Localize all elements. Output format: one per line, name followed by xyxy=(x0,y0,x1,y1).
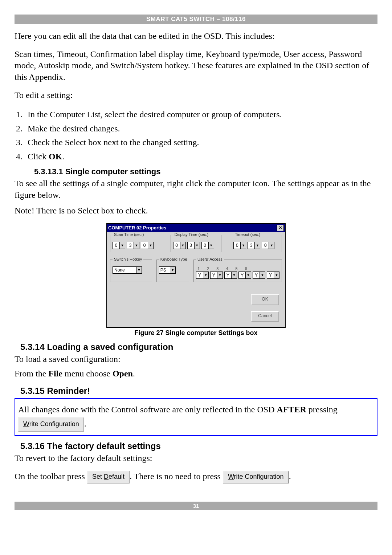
computer-properties-dialog: COMPUTER 02 Properties ✕ Scan Time (sec.… xyxy=(106,223,286,328)
ua-value-1: Y xyxy=(196,272,203,279)
ua-value-6: Y xyxy=(267,272,274,279)
set-default-underline: D xyxy=(104,473,109,480)
intro-paragraph-1: Here you can edit all the data that can … xyxy=(15,30,377,42)
factory-p1: To revert to the factory default setting… xyxy=(15,453,377,464)
ua-value-5: Y xyxy=(253,272,260,279)
ua-select-6[interactable]: Y▼ xyxy=(267,272,279,279)
keyboard-type-group: Keyboard Type PS▼ xyxy=(156,260,189,282)
factory-c: . xyxy=(289,472,291,481)
ua-value-3: Y xyxy=(224,272,231,279)
chevron-down-icon: ▼ xyxy=(119,242,125,249)
ua-value-2: Y xyxy=(210,272,217,279)
ua-select-3[interactable]: Y▼ xyxy=(224,272,237,279)
display-time-value-2: 0 xyxy=(201,242,208,249)
figure-27-dialog-container: COMPUTER 02 Properties ✕ Scan Time (sec.… xyxy=(15,223,377,328)
ok-button[interactable]: OK xyxy=(251,294,279,305)
write-config2-rest: rite Configuration xyxy=(234,473,284,480)
loading-p2-open: Open xyxy=(113,369,133,378)
ua-select-2[interactable]: Y▼ xyxy=(210,272,223,279)
factory-line: On the toolbar press Set Default. There … xyxy=(15,471,377,483)
write-config2-underline: W xyxy=(228,473,234,480)
step-4-suffix: . xyxy=(62,152,64,161)
scan-time-select-1[interactable]: 3▼ xyxy=(127,242,139,249)
chevron-down-icon: ▼ xyxy=(194,242,200,249)
keyboard-type-label: Keyboard Type xyxy=(159,257,189,261)
ua-value-4: Y xyxy=(238,272,245,279)
figure-27-caption: Figure 27 Single computer Settings box xyxy=(15,329,377,337)
write-config-rest: rite Configuration xyxy=(29,420,79,428)
edit-setting-intro: To edit a setting: xyxy=(15,90,377,101)
scan-time-group: Scan Time (sec.) 0▼ 3▼ 0▼ xyxy=(110,235,161,252)
scan-time-select-0[interactable]: 0▼ xyxy=(113,242,125,249)
scan-time-select-2[interactable]: 0▼ xyxy=(141,242,154,249)
write-configuration-button[interactable]: Write Configuration xyxy=(18,417,84,432)
timeout-value-2: 0 xyxy=(262,242,269,249)
chevron-down-icon: ▼ xyxy=(148,242,154,249)
users-access-group: Users' Access 1 2 3 4 5 6 Y▼ Y▼ Y▼ Y▼ xyxy=(193,260,282,282)
switch-hotkey-label: Switch's Hotkey xyxy=(113,257,143,261)
chevron-down-icon: ▼ xyxy=(231,272,237,279)
chevron-down-icon: ▼ xyxy=(260,272,265,279)
loading-p2: From the File menu choose Open. xyxy=(15,368,377,380)
chevron-down-icon: ▼ xyxy=(180,242,186,249)
heading-reminder: 5.3.15 Reminder! xyxy=(20,386,377,396)
chevron-down-icon: ▼ xyxy=(134,242,139,249)
step-2: Make the desired changes. xyxy=(25,122,377,135)
scan-time-value-0: 0 xyxy=(113,242,119,249)
keyboard-type-value: PS xyxy=(159,266,170,274)
loading-p2-c: menu choose xyxy=(62,369,113,378)
chevron-down-icon: ▼ xyxy=(208,242,214,249)
loading-p2-e: . xyxy=(133,369,135,378)
reminder-text-a: All changes done with the Control softwa… xyxy=(18,405,277,414)
close-icon[interactable]: ✕ xyxy=(277,225,284,231)
write-configuration-button-2[interactable]: Write Configuration xyxy=(223,471,289,483)
reminder-after: AFTER xyxy=(277,405,306,414)
ua-select-1[interactable]: Y▼ xyxy=(196,272,209,279)
chevron-down-icon: ▼ xyxy=(203,272,209,279)
display-time-select-0[interactable]: 0▼ xyxy=(173,242,186,249)
single-settings-note: Note! There is no Select box to check. xyxy=(15,205,377,217)
page-footer-bar: 31 xyxy=(15,502,377,510)
factory-a: On the toolbar press xyxy=(15,472,87,481)
timeout-select-1[interactable]: 3▼ xyxy=(248,242,260,249)
keyboard-type-select[interactable]: PS▼ xyxy=(159,266,176,274)
ua-select-4[interactable]: Y▼ xyxy=(238,272,251,279)
dialog-title: COMPUTER 02 Properties xyxy=(108,225,166,230)
timeout-select-0[interactable]: 0▼ xyxy=(233,242,246,249)
ua-select-5[interactable]: Y▼ xyxy=(253,272,265,279)
chevron-down-icon: ▼ xyxy=(217,272,223,279)
cancel-button[interactable]: Cancel xyxy=(251,311,279,322)
chevron-down-icon: ▼ xyxy=(254,242,260,249)
heading-factory-default: 5.3.16 The factory default settings xyxy=(20,441,377,451)
ua-col-6: 6 xyxy=(245,266,247,271)
set-default-pre: Set xyxy=(92,473,104,480)
steps-list: In the Computer List, select the desired… xyxy=(15,107,377,163)
chevron-down-icon: ▼ xyxy=(240,242,246,249)
ua-col-5: 5 xyxy=(236,266,238,271)
ua-col-3: 3 xyxy=(216,266,219,271)
switch-hotkey-value: None xyxy=(113,266,136,274)
set-default-button[interactable]: Set Default xyxy=(87,471,130,483)
display-time-select-2[interactable]: 0▼ xyxy=(201,242,214,249)
reminder-text-b: pressing xyxy=(306,405,338,414)
intro-paragraph-2: Scan times, Timeout, Confirmation label … xyxy=(15,49,377,83)
loading-p2-file: File xyxy=(48,369,62,378)
ua-col-2: 2 xyxy=(207,266,209,271)
display-time-select-1[interactable]: 3▼ xyxy=(187,242,200,249)
timeout-value-0: 0 xyxy=(233,242,240,249)
loading-p1: To load a saved configuration: xyxy=(15,354,377,365)
scan-time-value-1: 3 xyxy=(127,242,134,249)
scan-time-label: Scan Time (sec.) xyxy=(113,232,146,237)
chevron-down-icon: ▼ xyxy=(136,266,142,274)
chevron-down-icon: ▼ xyxy=(245,272,251,279)
ua-col-1: 1 xyxy=(197,266,200,271)
users-access-label: Users' Access xyxy=(196,257,224,261)
factory-b: . There is no need to press xyxy=(130,472,223,481)
timeout-select-2[interactable]: 0▼ xyxy=(262,242,274,249)
timeout-value-1: 3 xyxy=(248,242,254,249)
switch-hotkey-select[interactable]: None▼ xyxy=(113,266,142,274)
display-time-value-0: 0 xyxy=(173,242,180,249)
timeout-label: Timeout (sec.) xyxy=(233,232,262,237)
display-time-value-1: 3 xyxy=(187,242,194,249)
reminder-box: All changes done with the Control softwa… xyxy=(15,398,377,436)
